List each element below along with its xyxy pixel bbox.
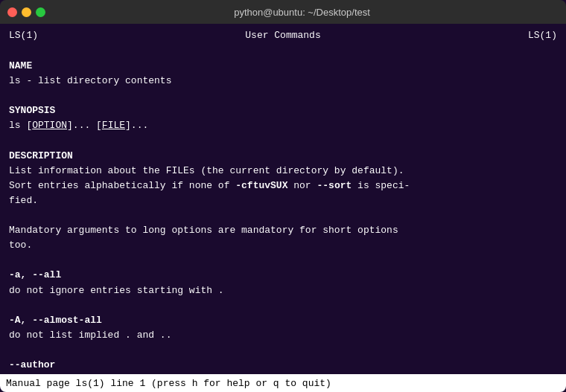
window-controls: [7, 7, 45, 17]
empty-line-5: [9, 253, 557, 268]
desc-line-2: Sort entries alphabetically if none of -…: [9, 179, 557, 193]
synopsis-section-content: ls [OPTION]... [FILE]...: [9, 118, 557, 133]
minimize-button[interactable]: [22, 7, 31, 17]
synopsis-section-label: SYNOPSIS: [9, 103, 557, 118]
name-section-content: ls - list directory contents: [9, 74, 557, 89]
status-bar-text: Manual page ls(1) line 1 (press h for he…: [6, 378, 331, 389]
option-A-label: -A, --almost-all: [9, 313, 557, 328]
empty-line-6: [9, 298, 557, 313]
empty-line-3: [9, 134, 557, 149]
man-page-header: LS(1) User Commands LS(1): [9, 30, 557, 41]
desc-line-3: fied.: [9, 193, 557, 208]
name-section-label: NAME: [9, 59, 557, 74]
description-section-label: DESCRIPTION: [9, 149, 557, 164]
option-a-label: -a, --all: [9, 268, 557, 283]
option-A-desc: do not list implied . and ..: [9, 328, 557, 343]
title-bar: python@ubuntu: ~/Desktop/test: [0, 0, 566, 24]
status-bar: Manual page ls(1) line 1 (press h for he…: [0, 374, 566, 392]
terminal-body[interactable]: LS(1) User Commands LS(1) NAME ls - list…: [0, 24, 566, 374]
mandatory-line-1: Mandatory arguments to long options are …: [9, 223, 557, 238]
empty-line-4: [9, 208, 557, 223]
desc-line-1: List information about the FILEs (the cu…: [9, 164, 557, 179]
maximize-button[interactable]: [36, 7, 45, 17]
man-header-right: LS(1): [528, 30, 557, 41]
man-header-left: LS(1): [9, 30, 38, 41]
empty-line-2: [9, 89, 557, 103]
empty-line-7: [9, 343, 557, 358]
terminal-window: python@ubuntu: ~/Desktop/test LS(1) User…: [0, 0, 566, 392]
empty-line-1: [9, 44, 557, 59]
option-a-desc: do not ignore entries starting with .: [9, 283, 557, 298]
option-author-label: --author: [9, 358, 557, 373]
man-header-center: User Commands: [245, 30, 320, 41]
close-button[interactable]: [7, 7, 17, 17]
window-title: python@ubuntu: ~/Desktop/test: [45, 7, 559, 18]
mandatory-line-2: too.: [9, 238, 557, 253]
